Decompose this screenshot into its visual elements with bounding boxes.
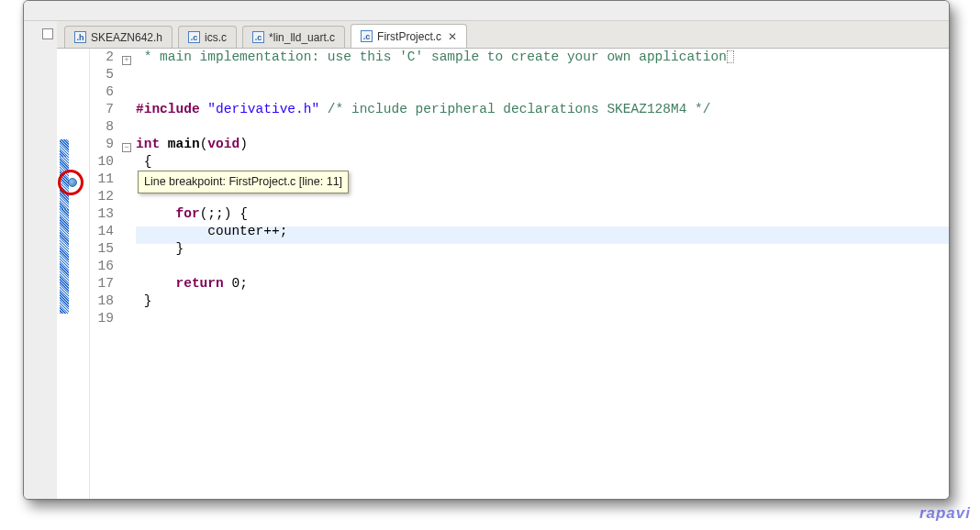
line-number: 9	[90, 136, 114, 153]
h-file-icon: .h	[74, 31, 86, 43]
change-marker	[60, 209, 69, 314]
fold-gutter[interactable]: +−	[119, 49, 136, 499]
editor-window: .hSKEAZN642.h.cics.c.c*lin_lld_uart.c.cF…	[23, 0, 950, 500]
line-number: 7	[90, 101, 114, 118]
line-number: 16	[90, 258, 114, 275]
code-line[interactable]: #include "derivative.h" /* include perip…	[136, 101, 949, 118]
line-number: 14	[90, 223, 114, 240]
c-file-icon: .c	[188, 31, 200, 43]
line-number: 19	[90, 310, 114, 327]
tab-ics-c[interactable]: .cics.c	[178, 26, 237, 48]
line-number: 17	[90, 275, 114, 293]
change-marker	[60, 139, 69, 157]
code-line[interactable]: int main(void)	[136, 136, 949, 153]
view-gutter	[39, 21, 57, 499]
watermark-text: rapavi	[919, 504, 971, 523]
code-line[interactable]: return 0;	[136, 275, 949, 293]
code-line[interactable]: }	[136, 240, 949, 258]
breakpoint-tooltip: Line breakpoint: FirstProject.c [line: 1…	[138, 171, 349, 193]
view-toggle-icon[interactable]	[42, 28, 53, 39]
tab-label: SKEAZN642.h	[91, 31, 162, 44]
line-number: 13	[90, 205, 114, 223]
tab-label: FirstProject.c	[377, 30, 441, 43]
breakpoint-marker-icon[interactable]	[68, 178, 77, 187]
code-line[interactable]	[136, 258, 949, 275]
code-line[interactable]	[136, 118, 949, 136]
line-number: 2	[90, 49, 114, 66]
line-number: 11	[90, 171, 114, 188]
code-line[interactable]	[136, 83, 949, 101]
line-number-gutter[interactable]: 25678910111213141516171819	[90, 49, 119, 499]
tab-skeazn642-h[interactable]: .hSKEAZN642.h	[64, 26, 173, 48]
fold-expand-icon[interactable]: +	[122, 56, 131, 65]
c-file-icon: .c	[252, 31, 264, 43]
tab-label: *lin_lld_uart.c	[269, 31, 335, 44]
line-number: 8	[90, 118, 114, 136]
tab-bar: .hSKEAZN642.h.cics.c.c*lin_lld_uart.c.cF…	[57, 21, 949, 49]
fold-collapse-icon[interactable]: −	[122, 143, 131, 152]
line-number: 6	[90, 83, 114, 101]
line-number: 10	[90, 153, 114, 171]
code-line[interactable]: }	[136, 293, 949, 310]
code-line[interactable]: * main implementation: use this 'C' samp…	[136, 49, 949, 66]
tab-firstproject-c[interactable]: .cFirstProject.c✕	[351, 24, 467, 48]
marker-ruler[interactable]	[57, 49, 90, 499]
code-text-area[interactable]: * main implementation: use this 'C' samp…	[136, 49, 949, 499]
outer-gutter	[24, 21, 39, 499]
editor-area: .hSKEAZN642.h.cics.c.c*lin_lld_uart.c.cF…	[57, 21, 949, 499]
code-line[interactable]	[136, 310, 949, 327]
code-line[interactable]: {	[136, 153, 949, 171]
line-number: 5	[90, 66, 114, 83]
code-line[interactable]: for(;;) {	[136, 205, 949, 223]
code-line[interactable]: counter++;	[136, 223, 949, 240]
tab-label: ics.c	[205, 31, 227, 44]
line-number: 15	[90, 240, 114, 258]
close-icon[interactable]: ✕	[448, 30, 457, 43]
code-container: 25678910111213141516171819 +− * main imp…	[57, 49, 949, 499]
tab--lin-lld-uart-c[interactable]: .c*lin_lld_uart.c	[242, 26, 345, 48]
toolbar-strip	[24, 1, 949, 21]
code-line[interactable]	[136, 66, 949, 83]
caret-indicator	[727, 50, 734, 63]
line-number: 12	[90, 188, 114, 205]
c-file-icon: .c	[361, 30, 373, 42]
line-number: 18	[90, 293, 114, 310]
